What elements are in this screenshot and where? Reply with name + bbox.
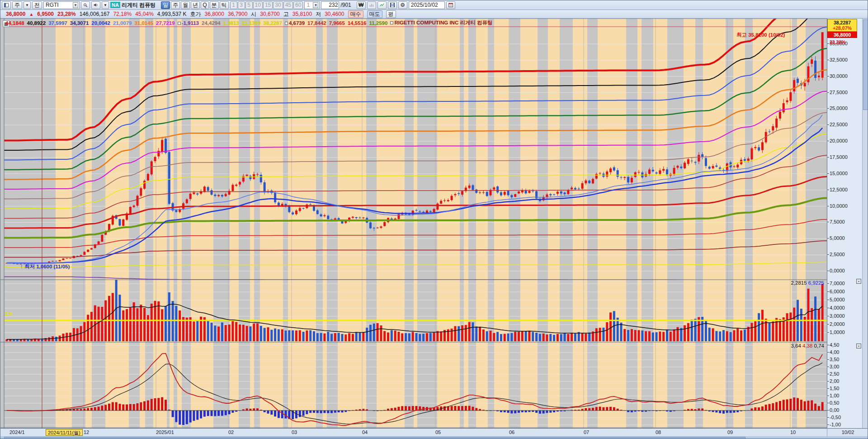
chart-kind-dropdown-icon[interactable]: ▼: [24, 1, 31, 9]
minute-button-45[interactable]: 45: [283, 1, 293, 9]
volume-ratio: 72,18%: [113, 11, 132, 17]
speaker-dropdown-icon[interactable]: ▼: [102, 1, 109, 9]
horizontal-scrollbar-thumb[interactable]: [4, 437, 745, 439]
minute-button-30[interactable]: 30: [273, 1, 283, 9]
macd-tick: 1,00: [830, 393, 861, 398]
period-button-주[interactable]: 주: [171, 1, 180, 9]
current-percent-label: 23,28%: [830, 39, 846, 45]
date-tick: 07: [584, 429, 589, 435]
legend-checkbox[interactable]: [178, 22, 181, 25]
date-axis: 2024/1122025/010203040506070809102024/11…: [0, 428, 827, 436]
macd-tick: 3,50: [830, 357, 861, 362]
macd-tick: 2,50: [830, 371, 861, 377]
price-tick: 22,5000: [830, 122, 861, 127]
period-button-분[interactable]: 분: [210, 1, 219, 9]
macd-tick: 1,50: [830, 386, 861, 391]
legend-value: 21,1369: [242, 20, 261, 26]
legend-value: 17,8442: [307, 20, 326, 26]
date-input[interactable]: 2025/10/02: [409, 1, 445, 9]
trendline-tool-icon[interactable]: [377, 1, 387, 9]
bid-price: 36,7900: [228, 11, 247, 17]
horizontal-scrollbar[interactable]: [0, 436, 868, 439]
buy-button[interactable]: 매수: [348, 10, 363, 18]
legend-value: 4,6739: [285, 20, 305, 26]
currency-won-icon[interactable]: ₩: [357, 1, 366, 9]
date-tick: 12: [84, 429, 89, 435]
period-button-년[interactable]: 년: [191, 1, 200, 9]
minute-button-10[interactable]: 10: [253, 1, 263, 9]
period-button-일[interactable]: 일: [161, 1, 170, 9]
date-tick: 2025/01: [156, 429, 174, 435]
legend-value: 40,8922: [27, 20, 46, 26]
volume-tick: 3,0000: [830, 313, 861, 319]
volume-threshold-label: 2,5: [5, 311, 12, 316]
current-price-box: 36,8000: [827, 32, 857, 38]
legend-value: 1,3813: [223, 20, 239, 26]
period-button-월[interactable]: 월: [181, 1, 190, 9]
minute-button-3[interactable]: 3: [238, 1, 245, 9]
macd-tick: 0,00: [830, 407, 861, 413]
window-layout-icon[interactable]: [2, 1, 11, 9]
symbol-input[interactable]: RGTI▼: [43, 1, 80, 9]
save-icon[interactable]: [388, 1, 397, 9]
volume-pane-menu-icon[interactable]: ▪: [856, 279, 861, 284]
volume-tick: 1,0000: [830, 329, 861, 335]
compare-chart-icon[interactable]: [367, 1, 376, 9]
search-icon[interactable]: [81, 1, 90, 9]
macd-tick: -1,00: [830, 422, 861, 427]
minute-button-5[interactable]: 5: [245, 1, 253, 9]
date-tick: 05: [435, 429, 441, 435]
avg-button[interactable]: 평: [386, 10, 396, 18]
legend-checkbox[interactable]: [285, 22, 288, 25]
bars-count-input[interactable]: 232: [321, 1, 339, 9]
vertical-scrollbar[interactable]: [862, 19, 868, 428]
calendar-icon[interactable]: [446, 1, 455, 9]
symbol-dropdown-icon[interactable]: ▼: [73, 2, 78, 8]
volume-pane-labels: 2,2815 6,9225: [764, 280, 824, 286]
macd-tick: 4,00: [830, 349, 861, 355]
highest-price-annotation: 최고 35,8100 (10/02): [736, 32, 785, 38]
legend-value: 14,5516: [348, 20, 367, 26]
open-price: 30,6700: [260, 11, 279, 17]
minute-button-60[interactable]: 60: [293, 1, 303, 9]
sell-button[interactable]: 매도: [367, 10, 382, 18]
date-tick: 08: [656, 429, 661, 435]
chart-kind-button[interactable]: 주: [12, 1, 22, 9]
legend-checkbox[interactable]: [390, 21, 393, 24]
speaker-icon[interactable]: [91, 1, 100, 9]
price-tick: 27,5000: [830, 90, 861, 95]
low-price: 30,4600: [325, 11, 344, 17]
legend-value: 20,0042: [91, 20, 110, 26]
bars-total-label: /901: [340, 2, 351, 8]
settings-gear-icon[interactable]: ⚙: [398, 1, 407, 9]
hoga-label: 호가: [190, 10, 201, 18]
minute-combo[interactable]: 1▼: [304, 1, 320, 9]
legend-symbol-title: RIGETTI COMPUTING INC 리게티 컴퓨팅: [390, 19, 492, 26]
prev-symbol-button[interactable]: 전: [32, 1, 42, 9]
low-label: 저: [316, 10, 321, 18]
minute-button-15[interactable]: 15: [263, 1, 273, 9]
high-label: 고: [283, 10, 289, 18]
macd-tick: 3,00: [830, 364, 861, 369]
price-tick: 0,0000: [830, 268, 861, 273]
minute-button-1[interactable]: 1: [230, 1, 237, 9]
projected-price-box: 38,2287 +28,07%: [827, 19, 857, 32]
period-button-Q[interactable]: Q: [201, 1, 208, 9]
price-tick: 32,5000: [830, 57, 861, 62]
high-price: 35,8100: [292, 11, 312, 17]
date-tick: 2024/1: [9, 429, 25, 435]
price-tick: 20,0000: [830, 138, 861, 143]
change-value: 6,9500: [37, 11, 54, 17]
period-button-틱[interactable]: 틱: [220, 1, 229, 9]
selected-date-highlight: 2024/11/11(월): [46, 429, 83, 436]
price-tick: 10,0000: [830, 203, 861, 209]
volume-tick: 6,0000: [830, 289, 861, 294]
price-tick: 15,0000: [830, 171, 861, 176]
chart-canvas[interactable]: [0, 19, 868, 428]
macd-pane-menu-icon[interactable]: ▪: [856, 344, 861, 348]
legend-value: 21,0079: [113, 20, 132, 26]
lowest-price-annotation: ↑ 최저 1,0600 (11/05): [20, 263, 70, 270]
date-axis-corner: 10/02: [827, 428, 868, 436]
legend-value: 11,2590: [369, 20, 387, 26]
price-tick: 5,0000: [830, 235, 861, 241]
